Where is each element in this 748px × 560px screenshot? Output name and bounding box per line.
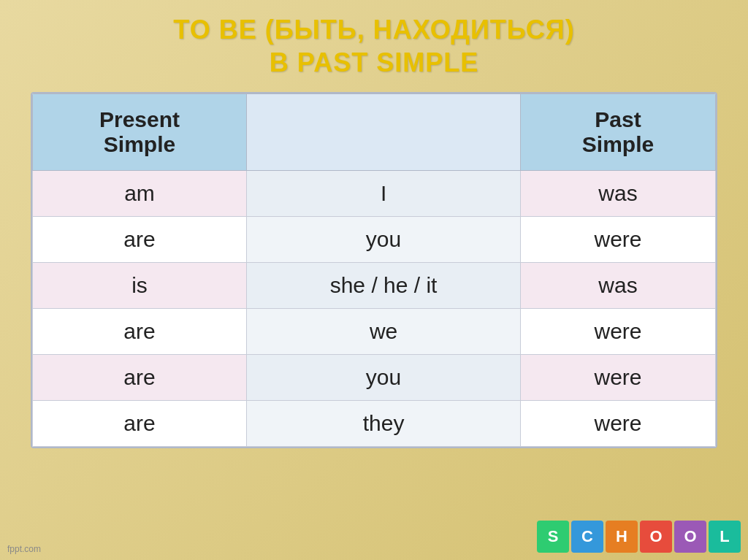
cell-pronoun: she / he / it <box>247 263 521 309</box>
cell-present: am <box>33 171 247 217</box>
cell-pronoun: we <box>247 309 521 355</box>
header-present-simple: PresentSimple <box>33 94 247 171</box>
header-pronoun <box>247 94 521 171</box>
table-header-row: PresentSimple PastSimple <box>33 94 716 171</box>
slide-title: TO BE (БЫТЬ, НАХОДИТЬСЯ) В PAST SIMPLE <box>173 13 574 79</box>
slide: TO BE (БЫТЬ, НАХОДИТЬСЯ) В PAST SIMPLE P… <box>0 0 748 560</box>
school-block-h: H <box>606 521 638 553</box>
table-row: isshe / he / itwas <box>33 263 716 309</box>
cell-present: are <box>33 355 247 401</box>
cell-past: was <box>521 171 716 217</box>
cell-present: are <box>33 217 247 263</box>
cell-past: were <box>521 309 716 355</box>
table-row: amIwas <box>33 171 716 217</box>
school-block-o: O <box>674 521 706 553</box>
school-block-s: S <box>537 521 569 553</box>
cell-present: are <box>33 309 247 355</box>
cell-pronoun: I <box>247 171 521 217</box>
table-body: amIwasareyouwereisshe / he / itwasarewew… <box>33 171 716 447</box>
cell-past: were <box>521 355 716 401</box>
school-block-l: L <box>709 521 741 553</box>
cell-past: were <box>521 401 716 447</box>
grammar-table: PresentSimple PastSimple amIwasareyouwer… <box>32 93 716 447</box>
cell-past: was <box>521 263 716 309</box>
table-row: areyouwere <box>33 217 716 263</box>
cell-present: is <box>33 263 247 309</box>
cell-present: are <box>33 401 247 447</box>
cell-past: were <box>521 217 716 263</box>
table-row: aretheywere <box>33 401 716 447</box>
table-row: arewewere <box>33 309 716 355</box>
watermark: fppt.com <box>7 544 41 554</box>
cell-pronoun: you <box>247 355 521 401</box>
school-block-c: C <box>571 521 603 553</box>
school-logo: SCHOOL <box>537 521 741 553</box>
header-past-simple: PastSimple <box>521 94 716 171</box>
school-block-o: O <box>640 521 672 553</box>
cell-pronoun: they <box>247 401 521 447</box>
cell-pronoun: you <box>247 217 521 263</box>
title-line2: В PAST SIMPLE <box>173 46 574 79</box>
table-row: areyouwere <box>33 355 716 401</box>
title-line1: TO BE (БЫТЬ, НАХОДИТЬСЯ) <box>173 13 574 46</box>
grammar-table-wrapper: PresentSimple PastSimple amIwasareyouwer… <box>31 92 717 448</box>
